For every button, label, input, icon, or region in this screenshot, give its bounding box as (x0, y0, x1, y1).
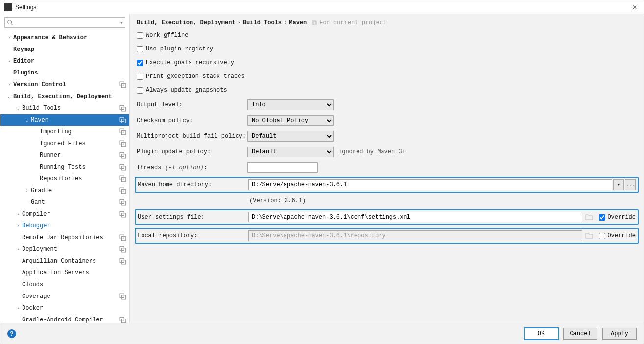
maven-home-label: Maven home directory: (138, 181, 248, 188)
app-icon (4, 3, 12, 11)
chevron-right-icon[interactable]: › (6, 82, 12, 88)
checksum-policy-label: Checksum policy: (137, 117, 247, 124)
ok-button[interactable]: OK (524, 328, 558, 340)
tree-item-maven[interactable]: ⌄Maven (0, 114, 129, 126)
chevron-right-icon[interactable]: › (6, 35, 12, 41)
execute-goals-recursively-checkbox[interactable]: Execute goals recursively (137, 57, 637, 68)
tree-label: Debugger (22, 222, 50, 229)
tree-item-arquillian-containers[interactable]: Arquillian Containers (0, 255, 129, 267)
close-icon[interactable]: ✕ (630, 4, 640, 11)
tree-label: Runner (40, 152, 61, 159)
copy-icon (119, 234, 126, 241)
cancel-button[interactable]: Cancel (563, 328, 597, 340)
maven-home-input[interactable] (248, 179, 612, 190)
chevron-right-icon[interactable]: › (15, 306, 21, 311)
tree-item-runner[interactable]: Runner (0, 149, 129, 161)
threads-input[interactable] (247, 162, 318, 173)
tree-item-build-execution-deployment[interactable]: ⌄Build, Execution, Deployment (0, 91, 129, 102)
chevron-down-icon[interactable]: ⌄ (6, 94, 12, 99)
browse-maven-home-button[interactable]: ... (625, 179, 636, 190)
tree-label: Arquillian Containers (22, 258, 96, 265)
chevron-down-icon[interactable]: ⌄ (24, 117, 30, 123)
tree-item-deployment[interactable]: ›Deployment (0, 244, 129, 255)
copy-icon (119, 175, 126, 182)
tree-item-plugins[interactable]: Plugins (0, 67, 129, 79)
search-input[interactable] (15, 19, 120, 26)
tree-label: Clouds (22, 281, 43, 288)
settings-tree: ›Appearance & BehaviorKeymap›EditorPlugi… (0, 31, 129, 323)
copy-icon (119, 152, 126, 159)
tree-item-repositories[interactable]: Repositories (0, 173, 129, 185)
window-title: Settings (15, 4, 36, 11)
tree-item-remote-jar-repositories[interactable]: Remote Jar Repositories (0, 232, 129, 244)
folder-icon[interactable] (585, 213, 593, 221)
tree-label: Appearance & Behavior (13, 34, 87, 41)
chevron-down-icon[interactable]: ▾ (120, 20, 123, 25)
tree-item-clouds[interactable]: Clouds (0, 279, 129, 291)
chevron-down-icon[interactable]: ▾ (613, 179, 624, 190)
tree-label: Gradle-Android Compiler (22, 317, 103, 323)
apply-button[interactable]: Apply (602, 328, 637, 340)
tree-item-gradle[interactable]: ›Gradle (0, 185, 129, 197)
always-update-snapshots-checkbox[interactable]: Always update snapshots (137, 85, 637, 96)
tree-item-coverage[interactable]: Coverage (0, 291, 129, 302)
tree-label: Deployment (22, 246, 57, 253)
tree-item-editor[interactable]: ›Editor (0, 55, 129, 67)
tree-item-running-tests[interactable]: Running Tests (0, 161, 129, 173)
local-repo-input[interactable] (248, 230, 582, 241)
copy-icon (119, 128, 126, 135)
plugin-update-label: Plugin update policy: (137, 148, 247, 155)
folder-icon[interactable] (585, 232, 593, 240)
work-offline-checkbox[interactable]: Work offline (137, 30, 637, 41)
tree-item-gant[interactable]: Gant (0, 197, 129, 208)
copy-icon (119, 199, 126, 206)
tree-label: Build, Execution, Deployment (13, 93, 112, 100)
tree-label: Repositories (40, 175, 82, 182)
tree-label: Compiler (22, 211, 50, 218)
chevron-right-icon[interactable]: › (15, 212, 21, 217)
help-icon[interactable]: ? (7, 329, 16, 338)
tree-label: Gant (31, 199, 45, 206)
tree-label: Importing (40, 128, 72, 135)
user-settings-input[interactable] (248, 212, 582, 222)
tree-item-importing[interactable]: Importing (0, 126, 129, 138)
tree-label: Ignored Files (40, 140, 86, 147)
plugin-update-select[interactable]: Default (247, 147, 334, 157)
svg-rect-34 (312, 21, 316, 24)
svg-point-0 (8, 20, 12, 24)
tree-item-docker[interactable]: ›Docker (0, 302, 129, 314)
output-level-label: Output level: (137, 101, 247, 108)
chevron-right-icon[interactable]: › (15, 223, 21, 229)
tree-item-ignored-files[interactable]: Ignored Files (0, 138, 129, 149)
local-repo-override[interactable]: Override (599, 232, 636, 239)
copy-icon (119, 187, 126, 194)
tree-item-gradle-android-compiler[interactable]: Gradle-Android Compiler (0, 314, 129, 323)
chevron-down-icon[interactable]: ⌄ (15, 105, 21, 111)
copy-icon (311, 20, 317, 25)
titlebar: Settings ✕ (0, 0, 644, 14)
tree-item-keymap[interactable]: Keymap (0, 44, 129, 55)
tree-item-appearance-behavior[interactable]: ›Appearance & Behavior (0, 32, 129, 44)
tree-item-build-tools[interactable]: ⌄Build Tools (0, 102, 129, 114)
tree-item-version-control[interactable]: ›Version Control (0, 79, 129, 91)
tree-item-compiler[interactable]: ›Compiler (0, 208, 129, 220)
tree-label: Editor (13, 58, 34, 65)
user-settings-override[interactable]: Override (599, 214, 636, 221)
tree-label: Running Tests (40, 164, 86, 171)
use-plugin-registry-checkbox[interactable]: Use plugin registry (137, 44, 637, 54)
tree-label: Build Tools (22, 105, 61, 112)
chevron-right-icon[interactable]: › (6, 59, 12, 64)
maven-version-text: (Version: 3.6.1) (137, 196, 637, 206)
multiproject-fail-select[interactable]: Default (247, 131, 334, 142)
tree-item-application-servers[interactable]: Application Servers (0, 267, 129, 279)
user-settings-label: User settings file: (138, 214, 248, 221)
copy-icon (119, 317, 126, 323)
print-exception-checkbox[interactable]: Print exception stack traces (137, 71, 637, 82)
tree-item-debugger[interactable]: ›Debugger (0, 220, 129, 232)
tree-label: Application Servers (22, 270, 89, 276)
footer: ? OK Cancel Apply (0, 323, 644, 344)
checksum-policy-select[interactable]: No Global Policy (247, 115, 334, 126)
chevron-right-icon[interactable]: › (15, 247, 21, 252)
chevron-right-icon[interactable]: › (24, 188, 30, 194)
output-level-select[interactable]: Info (247, 99, 334, 110)
